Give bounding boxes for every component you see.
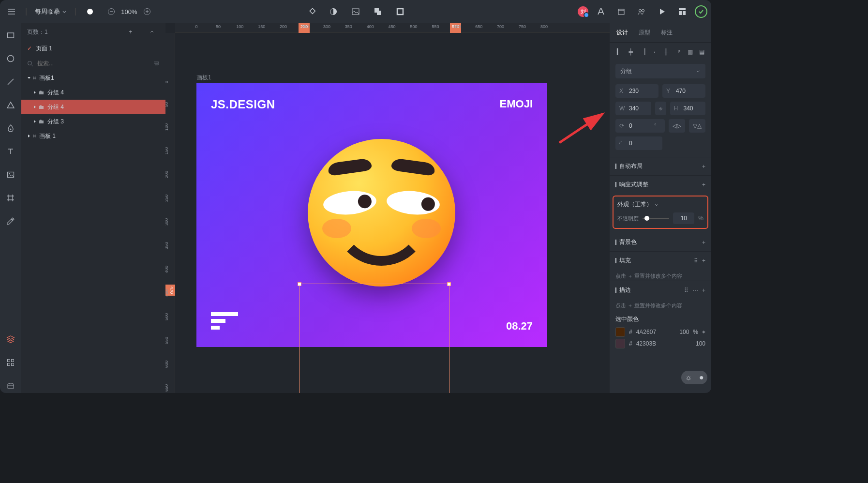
artboard-bars	[211, 312, 238, 332]
tab-prototype[interactable]: 原型	[639, 29, 650, 37]
distribute-v-icon[interactable]: ▤	[699, 47, 706, 56]
svg-rect-7	[377, 11, 381, 15]
tab-design[interactable]: 设计	[616, 29, 628, 37]
boolean-icon[interactable]	[370, 4, 386, 19]
layer-row[interactable]: 🖿分组 4	[21, 85, 165, 100]
search-icon	[27, 60, 33, 67]
assets-panel-icon[interactable]	[3, 355, 18, 370]
add-autolayout-button[interactable]: +	[702, 163, 705, 170]
stroke-more-icon[interactable]: ⋯	[692, 287, 698, 294]
play-icon[interactable]	[654, 4, 670, 19]
align-center-v-icon[interactable]: ╫	[663, 47, 670, 56]
layer-search-input[interactable]	[37, 60, 149, 67]
component-icon[interactable]	[303, 4, 319, 19]
pen-tool-icon[interactable]	[3, 121, 18, 136]
svg-rect-13	[679, 11, 682, 15]
inspector-panel: 设计 原型 标注 ▎ ╪ ▕ ⫠ ╫ ⫡ ▥ ▤ 分组 X230	[610, 23, 711, 393]
x-input[interactable]: X230	[615, 84, 658, 98]
help-icon[interactable]: ●	[699, 373, 704, 382]
svg-rect-21	[12, 360, 14, 362]
light-mode-icon[interactable]: ☼	[685, 373, 692, 382]
line-tool-icon[interactable]	[3, 75, 18, 89]
opacity-value-input[interactable]: 10	[673, 212, 694, 224]
responsive-section[interactable]: 响应式调整 +	[610, 175, 711, 194]
link-dimensions-button[interactable]: ⟐	[655, 102, 666, 115]
crop-icon[interactable]	[392, 4, 408, 19]
layout-icon[interactable]	[674, 4, 690, 19]
svg-point-0	[87, 9, 93, 15]
stroke-styles-icon[interactable]: ⠿	[684, 287, 688, 294]
fill-hint: 点击 ＋ 重置并修改多个内容	[610, 270, 711, 281]
layer-row[interactable]: 🖿分组 3	[21, 114, 165, 129]
auto-layout-section[interactable]: 自动布局 +	[610, 157, 711, 175]
distribute-h-icon[interactable]: ▥	[687, 47, 694, 56]
svg-rect-23	[12, 363, 14, 366]
layer-row[interactable]: ⌗画板1	[21, 71, 165, 85]
user-avatar[interactable]: 刘	[578, 6, 588, 17]
opacity-slider[interactable]	[643, 218, 669, 219]
stroke-section[interactable]: 描边 ⠿⋯+	[610, 281, 711, 299]
layer-row[interactable]: ⌗画板 1	[21, 129, 165, 143]
ellipse-tool-icon[interactable]	[3, 51, 18, 66]
color-row[interactable]: #42303B 100	[610, 337, 711, 348]
align-top-icon[interactable]: ⫠	[651, 47, 658, 56]
y-input[interactable]: Y470	[662, 84, 705, 98]
w-input[interactable]: W340	[615, 102, 651, 115]
fill-styles-icon[interactable]: ⠿	[694, 257, 698, 264]
image-icon[interactable]	[348, 4, 363, 19]
menu-icon[interactable]	[4, 4, 19, 19]
tab-annotate[interactable]: 标注	[661, 29, 673, 37]
stroke-hint: 点击 ＋ 重置并修改多个内容	[610, 299, 711, 310]
selection-box[interactable]	[299, 284, 449, 393]
flip-v-button[interactable]: ▽△	[689, 119, 705, 133]
align-center-h-icon[interactable]: ╪	[628, 47, 635, 56]
align-left-icon[interactable]: ▎	[615, 47, 623, 56]
collapse-pages-button[interactable]	[144, 24, 160, 40]
align-bottom-icon[interactable]: ⫡	[675, 47, 682, 56]
add-page-button[interactable]: +	[123, 24, 138, 40]
svg-rect-20	[8, 360, 10, 362]
align-right-icon[interactable]: ▕	[639, 47, 646, 56]
rotation-input[interactable]: ⟳0°	[615, 119, 665, 133]
history-panel-icon[interactable]	[3, 378, 18, 393]
locate-color-icon[interactable]: ⌖	[702, 329, 705, 335]
image-tool-icon[interactable]	[3, 167, 18, 182]
filter-icon[interactable]	[153, 60, 160, 67]
text-style-icon[interactable]	[593, 4, 609, 19]
page-item[interactable]: ✓页面 1	[21, 41, 165, 56]
polygon-tool-icon[interactable]	[3, 98, 18, 112]
background-section[interactable]: 背景色 +	[610, 233, 711, 251]
radius-input[interactable]: ◜0	[615, 136, 662, 150]
resource-icon[interactable]	[614, 4, 629, 19]
sync-status-icon[interactable]	[695, 5, 707, 18]
layer-type-select[interactable]: 分组	[615, 64, 705, 78]
zoom-in-button[interactable]	[139, 4, 155, 19]
share-icon[interactable]	[634, 4, 649, 19]
layer-row-selected[interactable]: 🖿分组 4	[21, 100, 165, 114]
text-tool-icon[interactable]	[3, 144, 18, 159]
layers-panel-icon[interactable]	[3, 332, 18, 347]
document-title[interactable]: 每周临摹	[35, 7, 67, 16]
rect-tool-icon[interactable]	[3, 28, 18, 43]
canvas[interactable]: 230 570 05010015020025030035040045050055…	[165, 23, 610, 393]
add-fill-button[interactable]: +	[702, 257, 705, 264]
fill-section[interactable]: 填充 ⠿+	[610, 251, 711, 270]
theme-toggle-pill[interactable]: ☼ ●	[681, 371, 707, 384]
zoom-out-button[interactable]	[104, 4, 119, 19]
add-responsive-button[interactable]: +	[702, 181, 705, 188]
mask-icon[interactable]	[326, 4, 341, 19]
comment-icon[interactable]	[82, 4, 98, 19]
eyedropper-tool-icon[interactable]	[3, 214, 18, 228]
artboard-label[interactable]: 画板1	[196, 74, 211, 82]
svg-rect-24	[8, 384, 14, 389]
add-bg-button[interactable]: +	[702, 239, 705, 246]
zoom-value[interactable]: 100%	[121, 8, 137, 15]
svg-rect-8	[397, 9, 403, 15]
flip-h-button[interactable]: ◁▷	[669, 119, 685, 133]
svg-point-16	[8, 56, 14, 62]
add-stroke-button[interactable]: +	[702, 287, 705, 294]
color-row[interactable]: #4A2607 100% ⌖	[610, 325, 711, 337]
frame-tool-icon[interactable]	[3, 191, 18, 205]
h-input[interactable]: H340	[670, 102, 706, 115]
layers-panel: 页数：1 + ✓页面 1 ⌗画板1 🖿分组 4 🖿分组 4	[21, 23, 165, 393]
